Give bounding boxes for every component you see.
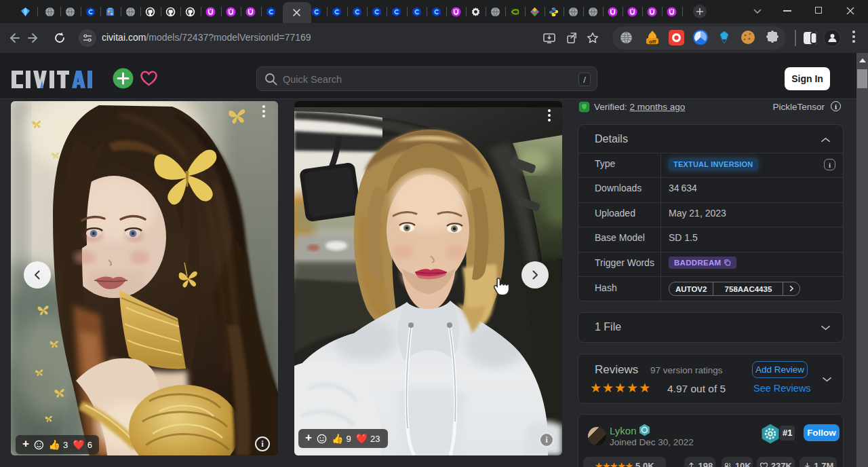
svg-text:off: off [649, 39, 656, 45]
